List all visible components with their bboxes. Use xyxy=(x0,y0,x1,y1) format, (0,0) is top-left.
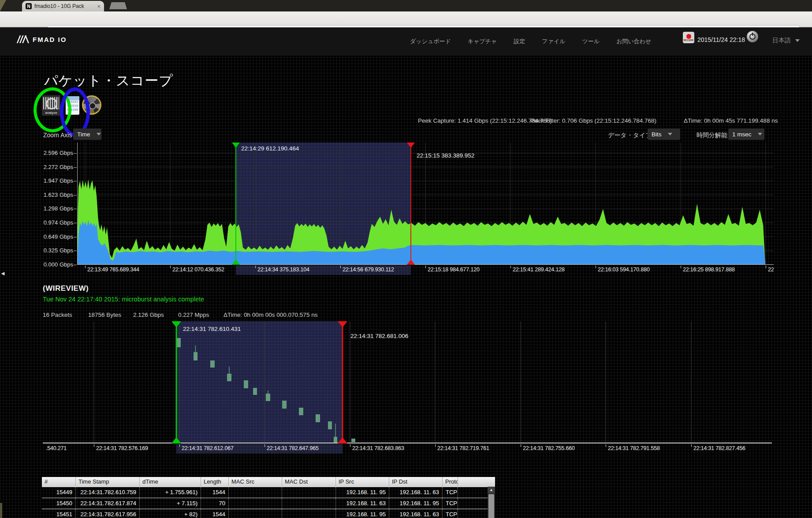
datetime: 2015/11/24 22:18 xyxy=(697,36,745,43)
nav-item-4[interactable]: ツール xyxy=(582,38,600,45)
cell-1-2: + 7.115) xyxy=(140,498,201,509)
table-scrollbar[interactable]: ▲ xyxy=(488,487,495,518)
cell-2-4 xyxy=(229,509,282,518)
wireview-stat-0: 16 Packets xyxy=(43,312,72,318)
language-select[interactable]: 日本語 xyxy=(772,37,800,45)
svg-text:22:14:31 782.681.006: 22:14:31 782.681.006 xyxy=(350,333,408,339)
zoom-axis-select[interactable]: Time xyxy=(73,128,101,140)
bandwidth-ytickmark-3 xyxy=(74,195,77,195)
cell-1-5 xyxy=(282,498,336,509)
bandwidth-xtick-7: 22:16:25 898.917.888 xyxy=(683,267,735,273)
peek-filter-stat: Peek Filter: 0.706 Gbps (22:15:12.246.78… xyxy=(530,117,656,124)
cell-0-1: 22:14:31.782.610.759 xyxy=(76,487,140,498)
cell-2-6: 192.168. 11. 95 xyxy=(336,509,389,518)
cell-0-3: 1544 xyxy=(201,487,229,498)
bandwidth-xtickmark-1 xyxy=(170,266,171,268)
page-content: パケット・スコープ analyze 010101 011010 011100 P… xyxy=(0,56,812,518)
cell-1-0: 15450 xyxy=(42,498,76,509)
bandwidth-ytick-8: 0.000 Gbps xyxy=(17,261,73,268)
bandwidth-ytick-7: 0.325 Gbps xyxy=(17,247,73,254)
wireview-stat-2: 2.126 Gbps xyxy=(133,312,164,318)
column-header-mac-dst[interactable]: MAC Dst xyxy=(282,477,336,487)
cell-1-8: TCP xyxy=(443,498,458,509)
cell-0-5 xyxy=(282,487,336,498)
column-header-ip-dst[interactable]: IP Dst xyxy=(389,477,443,487)
new-tab-button[interactable] xyxy=(109,2,127,9)
record-dot-icon xyxy=(686,34,691,39)
bandwidth-ytickmark-4 xyxy=(74,209,77,209)
data-type-select[interactable]: Bits xyxy=(648,128,680,140)
wireview-xtick-6: 22:14:31 782.755.660 xyxy=(523,445,575,451)
brand-logo[interactable]: FMAD IO xyxy=(16,34,67,44)
cell-filler xyxy=(458,498,488,509)
nav-item-0[interactable]: ダッシュボード xyxy=(410,38,451,45)
wireview-xtickmark-1 xyxy=(94,444,94,447)
chevron-down-icon xyxy=(668,133,672,135)
column-header--[interactable]: # xyxy=(42,477,76,487)
wireview-xtick-4: 22:14:31 782.683.863 xyxy=(352,445,404,451)
wireview-chart[interactable]: 22:14:31 782.610.43122:14:31 782.681.006 xyxy=(43,321,772,443)
data-type-label: データ・タイプ xyxy=(608,131,652,139)
nav-item-1[interactable]: キャプチャ xyxy=(468,38,497,45)
table-row[interactable]: 1545022:14:31.782.617.874+ 7.115)70192.1… xyxy=(42,498,495,509)
cell-2-0: 15451 xyxy=(42,509,76,518)
bandwidth-ytickmark-8 xyxy=(74,265,77,265)
record-indicator[interactable]: RECORD xyxy=(683,32,694,43)
bandwidth-ytickmark-1 xyxy=(74,167,77,168)
wireview-xtickmark-5 xyxy=(435,444,436,447)
resolution-label: 時間分解能 xyxy=(697,131,727,139)
table-row[interactable]: 1545122:14:31.782.617.956+ 82)1544192.16… xyxy=(42,509,495,518)
nav-item-5[interactable]: お問い合わせ xyxy=(616,38,651,45)
bandwidth-xtickmark-3 xyxy=(340,266,341,268)
column-header-dtime[interactable]: dTime xyxy=(140,477,201,487)
nav-item-3[interactable]: ファイル xyxy=(542,38,565,45)
scrollbar-thumb[interactable] xyxy=(488,494,494,518)
cell-0-0: 15449 xyxy=(42,487,76,498)
bandwidth-chart-xaxis: 22:13:49 765.689.34422:14:12 070.436.352… xyxy=(77,265,774,275)
column-header-ip-src[interactable]: IP Src xyxy=(336,477,389,487)
wireview-xtickmark-7 xyxy=(606,444,606,447)
column-header-mac-src[interactable]: MAC Src xyxy=(229,477,282,487)
cell-0-7: 192.168. 11. 63 xyxy=(389,487,443,498)
svg-text:22:14:31 782.610.431: 22:14:31 782.610.431 xyxy=(183,326,241,332)
bandwidth-xtickmark-7 xyxy=(681,266,681,268)
cell-0-2: + 1.755.961) xyxy=(140,487,201,498)
delta-time-stat: ΔTime: 0h 00m 45s 771.199.488 ns xyxy=(684,117,778,124)
nav-item-2[interactable]: 設定 xyxy=(514,38,525,45)
main-nav: ダッシュボードキャプチャ設定ファイルツールお問い合わせ xyxy=(410,38,651,45)
bandwidth-xtickmark-8 xyxy=(766,266,766,268)
browser-tab[interactable]: N fmadio10 - 10G Pack × xyxy=(22,1,104,11)
bandwidth-chart[interactable]: 22:14:29 612.190.46422:15:15 383.389.952 xyxy=(77,143,774,265)
bandwidth-ytickmark-0 xyxy=(74,153,77,154)
column-header-length[interactable]: Length xyxy=(201,477,229,487)
cell-filler xyxy=(458,487,488,498)
wireview-xtick-1: 22:14:31 782.576.169 xyxy=(96,445,148,451)
wireview-stat-3: 0.227 Mpps xyxy=(178,312,209,318)
wireview-stat-1: 18756 Bytes xyxy=(88,312,121,318)
cell-1-1: 22:14:31.782.617.874 xyxy=(76,498,140,509)
cell-2-7: 192.168. 11. 63 xyxy=(389,509,443,518)
favicon: N xyxy=(26,3,32,9)
bandwidth-xtickmark-5 xyxy=(510,266,511,268)
collapse-panel-icon[interactable]: ◄ xyxy=(0,270,6,277)
resolution-select[interactable]: 1 msec xyxy=(728,128,764,140)
bandwidth-ytick-4: 1.298 Gbps xyxy=(17,205,73,212)
tab-close-icon[interactable]: × xyxy=(97,3,101,10)
bandwidth-ytick-3: 1.623 Gbps xyxy=(17,191,73,198)
cell-2-5 xyxy=(282,509,336,518)
table-row[interactable]: 1544922:14:31.782.610.759+ 1.755.961)154… xyxy=(42,487,495,498)
column-header-proto[interactable]: Proto xyxy=(443,477,458,487)
table-header: #Time StampdTimeLengthMAC SrcMAC DstIP S… xyxy=(42,477,495,487)
power-icon[interactable] xyxy=(747,31,758,42)
cell-2-2: + 82) xyxy=(140,509,201,518)
fmadio-logo-icon xyxy=(16,34,29,44)
wireview-chart-xaxis: .540.27122:14:31 782.576.16922:14:31 782… xyxy=(43,444,772,454)
column-header-time-stamp[interactable]: Time Stamp xyxy=(76,477,140,487)
brand-text: FMAD IO xyxy=(33,36,67,43)
bandwidth-ytick-0: 2.596 Gbps xyxy=(17,150,73,156)
bandwidth-xtick-6: 22:16:03 594.170.880 xyxy=(598,267,650,273)
scroll-up-icon[interactable]: ▲ xyxy=(488,487,495,493)
packet-table[interactable]: #Time StampdTimeLengthMAC SrcMAC DstIP S… xyxy=(42,477,495,518)
wireview-xtick-2: 22:14:31 782.612.067 xyxy=(182,445,234,451)
cell-1-7: 192.168. 11. 95 xyxy=(389,498,443,509)
